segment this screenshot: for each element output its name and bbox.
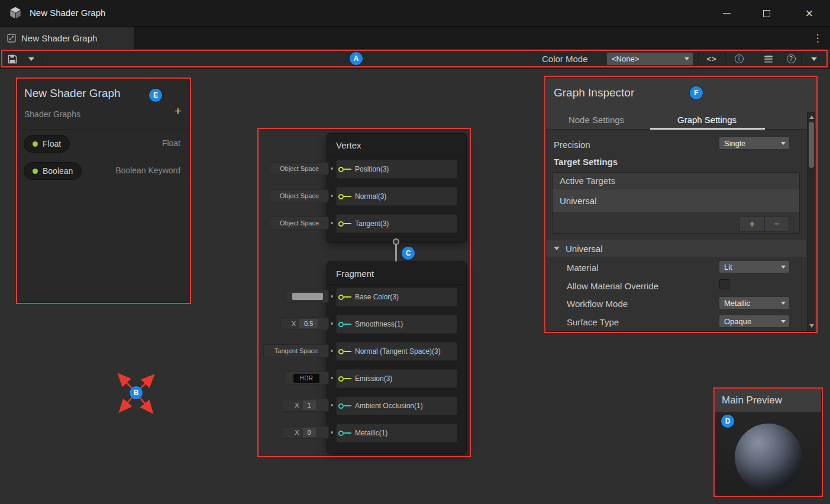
- port-stem: [344, 351, 351, 352]
- space-selector[interactable]: Object Space: [270, 189, 329, 202]
- chevron-down-icon: [781, 320, 786, 323]
- remove-target-button[interactable]: −: [765, 217, 789, 231]
- color-swatch: [292, 293, 323, 300]
- add-target-button[interactable]: +: [740, 217, 765, 231]
- port-stem: [344, 169, 351, 170]
- slot-tangent: Tangent(3): [336, 214, 457, 233]
- hdr-color-field[interactable]: HDR: [284, 371, 329, 385]
- tab-node-settings[interactable]: Node Settings: [558, 110, 635, 130]
- port-icon[interactable]: [338, 167, 344, 172]
- hdr-badge: HDR: [293, 374, 319, 383]
- tab-new-shader-graph[interactable]: New Shader Graph: [0, 27, 134, 49]
- maximize-button[interactable]: [753, 0, 781, 27]
- inspector-scrollbar[interactable]: [807, 112, 815, 331]
- port-icon[interactable]: [338, 431, 344, 436]
- toolbar-more-button[interactable]: [803, 51, 825, 66]
- scroll-up-icon[interactable]: [809, 115, 814, 119]
- workflow-mode-dropdown[interactable]: Metallic: [719, 296, 790, 309]
- surface-type-dropdown[interactable]: Opaque: [719, 315, 790, 328]
- port-icon[interactable]: [338, 295, 344, 300]
- preview-sphere[interactable]: [735, 424, 802, 491]
- annotation-badge-e: E: [149, 89, 162, 102]
- port-connector-dot: [331, 295, 333, 298]
- float-field[interactable]: X 0.5: [280, 317, 329, 330]
- save-icon: [8, 54, 17, 64]
- annotation-badge-d: D: [721, 415, 734, 428]
- toolbar-divider: [725, 52, 726, 65]
- precision-label: Precision: [554, 140, 590, 150]
- port-icon[interactable]: [338, 221, 344, 227]
- annotation-badge-f: F: [690, 86, 703, 99]
- allow-material-override-checkbox[interactable]: [719, 279, 729, 289]
- blackboard-toggle-button[interactable]: [758, 51, 779, 66]
- kebab-menu-icon[interactable]: ⋮: [812, 30, 823, 46]
- close-icon: ×: [806, 6, 813, 21]
- port-icon[interactable]: [338, 194, 344, 199]
- scrollbar-thumb[interactable]: [809, 122, 814, 168]
- toolbar-divider: [43, 52, 43, 65]
- value-field[interactable]: 1: [303, 400, 316, 410]
- value-field[interactable]: 0.5: [299, 319, 318, 328]
- universal-foldout[interactable]: Universal: [547, 240, 806, 257]
- port-connector-dot: [331, 350, 333, 352]
- surface-type-label: Surface Type: [567, 317, 619, 327]
- shader-graph-icon: [7, 34, 16, 43]
- property-pill-boolean[interactable]: Boolean: [24, 162, 82, 180]
- space-selector[interactable]: Object Space: [270, 217, 329, 230]
- active-targets-box: Active Targets Universal + −: [552, 172, 800, 234]
- port-connector-dot: [331, 195, 333, 197]
- port-stem: [344, 405, 351, 406]
- allow-material-override-label: Allow Material Override: [567, 281, 658, 291]
- save-button[interactable]: [5, 51, 20, 66]
- space-selector[interactable]: Tangent Space: [263, 344, 329, 357]
- chevron-down-icon: [28, 57, 34, 61]
- float-field[interactable]: X 0: [282, 426, 329, 439]
- inspector-toggle-button[interactable]: i: [729, 51, 749, 66]
- save-dropdown-button[interactable]: [22, 51, 40, 66]
- active-tab-underline: [650, 128, 765, 130]
- close-button[interactable]: ×: [794, 0, 825, 27]
- port-icon[interactable]: [338, 403, 344, 409]
- minimize-icon: [723, 13, 731, 14]
- color-mode-dropdown[interactable]: <None>: [606, 52, 693, 66]
- divider: [18, 130, 190, 130]
- graph-inspector-panel: Graph Inspector Node Settings Graph Sett…: [545, 77, 817, 332]
- chevron-down-icon: [781, 142, 786, 145]
- add-property-button[interactable]: +: [175, 104, 182, 118]
- exposed-dot-icon: [33, 141, 38, 147]
- port-icon[interactable]: [338, 322, 344, 327]
- material-dropdown[interactable]: Lit: [719, 260, 790, 273]
- annotation-badge-a: A: [350, 52, 363, 65]
- target-settings-label: Target Settings: [554, 157, 618, 167]
- info-icon: i: [735, 54, 744, 63]
- port-icon[interactable]: [338, 376, 344, 382]
- chevron-down-icon: [781, 302, 786, 305]
- value-field[interactable]: 0: [303, 428, 316, 437]
- maximize-icon: [763, 10, 770, 17]
- port-connector-dot: [331, 167, 333, 170]
- space-selector[interactable]: Object Space: [270, 162, 329, 175]
- code-view-button[interactable]: <>: [700, 51, 723, 66]
- tab-graph-settings[interactable]: Graph Settings: [648, 110, 766, 130]
- tab-label: New Shader Graph: [21, 33, 97, 43]
- stack-connector-end: [393, 238, 399, 245]
- float-field[interactable]: X 1: [282, 399, 329, 412]
- precision-dropdown[interactable]: Single: [719, 137, 790, 150]
- property-pill-float[interactable]: Float: [24, 135, 70, 153]
- minimize-button[interactable]: [712, 0, 741, 27]
- target-list-controls: + −: [739, 217, 789, 232]
- port-connector-dot: [331, 377, 333, 379]
- slot-smoothness: Smoothness(1): [336, 315, 457, 334]
- vertex-node[interactable]: Vertex Position(3) Normal(3) Tangent(3): [327, 133, 467, 243]
- target-item-universal[interactable]: Universal: [553, 189, 799, 212]
- color-swatch-field[interactable]: [286, 290, 329, 303]
- unity-logo-icon: [8, 5, 23, 21]
- port-icon[interactable]: [338, 349, 344, 354]
- foldout-triangle-icon: [554, 247, 560, 250]
- toolbar-divider: [698, 52, 699, 65]
- title-bar: New Shader Graph ×: [0, 0, 830, 27]
- main-preview-title: Main Preview: [722, 395, 782, 406]
- fragment-node[interactable]: Fragment Base Color(3) Smoothness(1) Nor…: [327, 261, 467, 454]
- scroll-down-icon[interactable]: [809, 324, 814, 328]
- help-button[interactable]: ?: [782, 51, 800, 66]
